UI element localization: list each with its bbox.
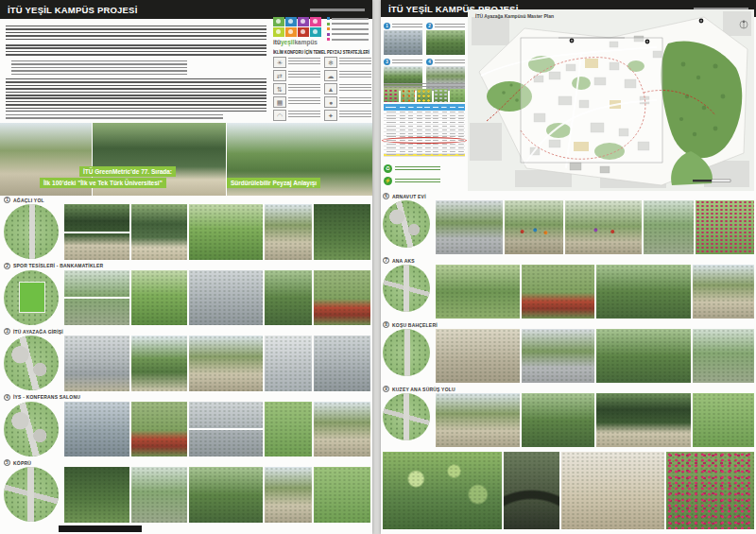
- table-cell: [448, 111, 456, 113]
- table-cell: [440, 132, 449, 135]
- table-cell: [448, 143, 456, 146]
- logo-word-yesil: yeşil: [281, 39, 294, 45]
- table-cell: [407, 132, 416, 135]
- photo: [596, 329, 691, 383]
- thumbnail-number-badge: 1: [384, 23, 390, 29]
- section-number: 6: [383, 193, 389, 199]
- logo-bullet-note: [327, 33, 369, 36]
- photo: [64, 270, 129, 326]
- section-9: 9KUZEY ANA SÜRÜŞ YOLU: [383, 385, 754, 449]
- bullet-color-square: [327, 27, 330, 30]
- strategy-sketch-icon: ●: [324, 96, 337, 108]
- strategy-sketch-icon: ⇄: [273, 70, 286, 81]
- section-label: 2SPOR TESİSLERİ - BANKAMATİKLER: [4, 262, 370, 270]
- strategy-sketch-icon: ◠: [273, 110, 286, 121]
- plant-thumbnails: [384, 89, 465, 102]
- table-cell: [440, 118, 449, 121]
- table-cell: [384, 129, 399, 131]
- section-number: 7: [383, 257, 389, 264]
- logo-tile: [310, 27, 321, 37]
- photo: [436, 393, 520, 447]
- photo: [189, 270, 263, 326]
- table-cell: [384, 154, 399, 157]
- section-photo-row: [436, 200, 754, 254]
- body-paragraph-1: [6, 26, 266, 42]
- table-cell: [432, 136, 440, 139]
- itu-yesil-kampus-logo: [273, 17, 322, 37]
- thumbnail-caption: 2: [426, 23, 465, 29]
- strategy-item: ✦: [324, 110, 371, 121]
- table-cell: [456, 154, 465, 157]
- photo: [693, 265, 754, 319]
- bullet-note-text: [332, 23, 369, 25]
- photo: [131, 467, 188, 523]
- strategy-sketch-icon: ☀: [273, 57, 286, 68]
- table-cell: [384, 114, 399, 117]
- table-cell: [415, 121, 423, 124]
- legend-item: ♻: [384, 164, 465, 173]
- table-cell: [407, 146, 416, 149]
- photo: [596, 393, 691, 447]
- table-cell: [423, 111, 432, 113]
- table-cell: [384, 125, 399, 128]
- table-cell: [440, 143, 449, 146]
- table-cell: [448, 136, 456, 139]
- table-cell: [440, 139, 449, 142]
- bottom-strip-photo: [561, 452, 664, 529]
- table-header-cell: [399, 104, 407, 111]
- plant-thumbnail: [450, 89, 465, 102]
- section-7: 7ANA AKS: [383, 256, 754, 320]
- campus-master-plan-map: İTÜ Ayazağa Kampüsü Master Plan: [468, 9, 754, 191]
- section-number: 4: [4, 394, 10, 401]
- table-cell: [440, 146, 449, 149]
- strategy-sketch-icon: ✦: [324, 110, 337, 121]
- table-cell: [448, 139, 456, 142]
- strategy-item: ▦: [273, 96, 320, 108]
- table-cell: [384, 121, 399, 124]
- photo: [522, 329, 594, 383]
- table-cell: [432, 143, 440, 146]
- table-cell: [440, 111, 449, 113]
- left-header-bar: İTÜ YEŞİL KAMPÜS PROJESİ: [0, 0, 372, 19]
- table-cell: [407, 136, 416, 139]
- table-header-cell: [432, 104, 440, 111]
- section-number: 8: [383, 321, 389, 328]
- table-cell: [415, 136, 423, 139]
- photo: [436, 329, 520, 383]
- table-cell: [448, 118, 456, 121]
- strategy-item: ⇅: [273, 83, 320, 95]
- section-photo-row: [64, 204, 370, 260]
- circular-plan-thumbnail: [4, 467, 59, 522]
- strategy-sketch-icon: ▦: [273, 96, 286, 108]
- photo: [265, 204, 313, 260]
- circular-plan-thumbnail: [383, 200, 430, 248]
- table-cell: [423, 150, 432, 153]
- logo-tile: [285, 27, 297, 37]
- photo: [189, 402, 263, 457]
- table-cell: [423, 154, 432, 157]
- table-header-cell: [440, 104, 449, 111]
- photo: [565, 200, 642, 254]
- table-cell: [456, 143, 465, 146]
- table-cell: [440, 150, 449, 153]
- photo: [314, 204, 370, 260]
- photo: [436, 265, 520, 319]
- legend-text: [395, 166, 440, 171]
- logo-word-kampus: kampüs: [294, 39, 318, 45]
- table-cell: [456, 139, 465, 142]
- logo-bullet-notes: [327, 17, 369, 43]
- bullet-color-square: [327, 23, 330, 26]
- section-body: [383, 200, 754, 254]
- table-cell: [399, 139, 407, 142]
- circular-plan-thumbnail: [4, 270, 59, 325]
- bullet-note-text: [332, 18, 369, 20]
- table-cell: [399, 111, 407, 113]
- section-number: 3: [4, 328, 10, 335]
- body-paragraph-4: [6, 114, 223, 121]
- greenmetric-rank-chip: İTÜ GreenMetric'de 77. Sırada:: [79, 166, 176, 177]
- strategy-caption: [288, 97, 320, 106]
- photo: [265, 467, 313, 523]
- sustainable-landscape-chip: Sürdürülebilir Peyzaj Anlayışı: [227, 178, 320, 188]
- right-sections: 6ARNAVUT EVİ7ANA AKS8KOŞU BAHÇELERİ9KUZE…: [383, 192, 754, 449]
- section-label: 9KUZEY ANA SÜRÜŞ YOLU: [383, 385, 754, 393]
